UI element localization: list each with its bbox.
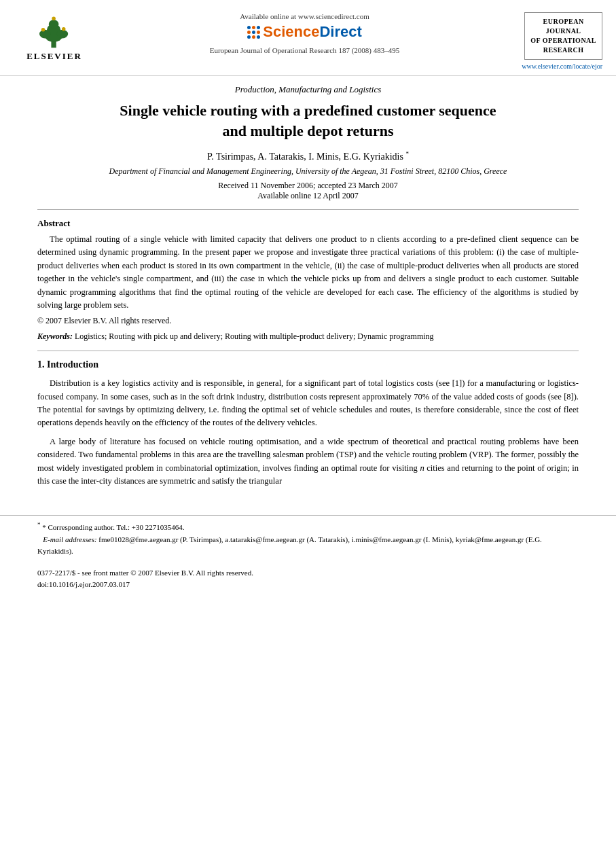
svg-point-4 bbox=[39, 30, 51, 39]
header-right: EUROPEANJOURNALOF OPERATIONALRESEARCH ww… bbox=[514, 12, 602, 70]
authors: P. Tsirimpas, A. Tatarakis, I. Minis, E.… bbox=[37, 150, 579, 162]
abstract-body: The optimal routing of a single vehicle … bbox=[37, 233, 579, 312]
received-date: Received 11 November 2006; accepted 23 M… bbox=[37, 181, 579, 201]
svg-point-5 bbox=[57, 30, 69, 39]
page: ELSEVIER Available online at www.science… bbox=[0, 0, 616, 841]
header-center: Available online at www.sciencedirect.co… bbox=[102, 12, 507, 54]
intro-paragraph-1: Distribution is a key logistics activity… bbox=[37, 377, 579, 430]
footnote-bottom: 0377-2217/$ - see front matter © 2007 El… bbox=[0, 567, 616, 591]
sciencedirect-name: ScienceDirect bbox=[263, 23, 362, 41]
footnote-area: * * Corresponding author. Tel.: +30 2271… bbox=[0, 515, 616, 557]
abstract-title: Abstract bbox=[37, 218, 579, 229]
sd-dots-icon bbox=[247, 26, 260, 39]
intro-paragraph-2: A large body of literature has focused o… bbox=[37, 435, 579, 488]
available-online-text: Available online at www.sciencedirect.co… bbox=[240, 12, 369, 20]
section-title: Production, Manufacturing and Logistics bbox=[37, 84, 579, 95]
elsevier-tree-icon bbox=[27, 12, 81, 50]
email-label: E-mail addresses: bbox=[43, 535, 96, 543]
footnote-email: E-mail addresses: fme01028@fme.aegean.gr… bbox=[37, 534, 579, 558]
keywords-label: Keywords: bbox=[37, 332, 73, 341]
svg-point-7 bbox=[62, 27, 66, 31]
ejor-box: EUROPEANJOURNALOF OPERATIONALRESEARCH bbox=[524, 12, 602, 60]
sciencedirect-logo: ScienceDirect bbox=[247, 23, 362, 41]
abstract-section: Abstract The optimal routing of a single… bbox=[37, 218, 579, 342]
keywords: Keywords: Logistics; Routing with pick u… bbox=[37, 330, 579, 342]
elsevier-label: ELSEVIER bbox=[26, 51, 82, 62]
footnote-star: * * Corresponding author. Tel.: +30 2271… bbox=[37, 520, 579, 533]
copyright: © 2007 Elsevier B.V. All rights reserved… bbox=[37, 316, 579, 326]
main-content: Production, Manufacturing and Logistics … bbox=[0, 76, 616, 501]
header: ELSEVIER Available online at www.science… bbox=[0, 0, 616, 76]
affiliation: Department of Financial and Management E… bbox=[37, 166, 579, 177]
elsevier-logo-area: ELSEVIER bbox=[14, 12, 95, 62]
keywords-values: Logistics; Routing with pick up and deli… bbox=[75, 332, 434, 341]
elsevier-url: www.elsevier.com/locate/ejor bbox=[522, 62, 602, 70]
svg-point-8 bbox=[52, 16, 56, 20]
intro-heading: 1. Introduction bbox=[37, 359, 579, 370]
journal-reference: European Journal of Operational Research… bbox=[210, 46, 400, 54]
divider-top bbox=[37, 209, 579, 210]
svg-point-3 bbox=[49, 20, 59, 29]
svg-point-6 bbox=[41, 28, 46, 32]
paper-title: Single vehicle routing with a predefined… bbox=[37, 101, 579, 141]
divider-mid bbox=[37, 351, 579, 351]
email-addresses: fme01028@fme.aegean.gr (P. Tsirimpas), a… bbox=[37, 535, 542, 556]
doi-line: doi:10.1016/j.ejor.2007.03.017 bbox=[37, 579, 579, 591]
issn-line: 0377-2217/$ - see front matter © 2007 El… bbox=[37, 567, 579, 579]
